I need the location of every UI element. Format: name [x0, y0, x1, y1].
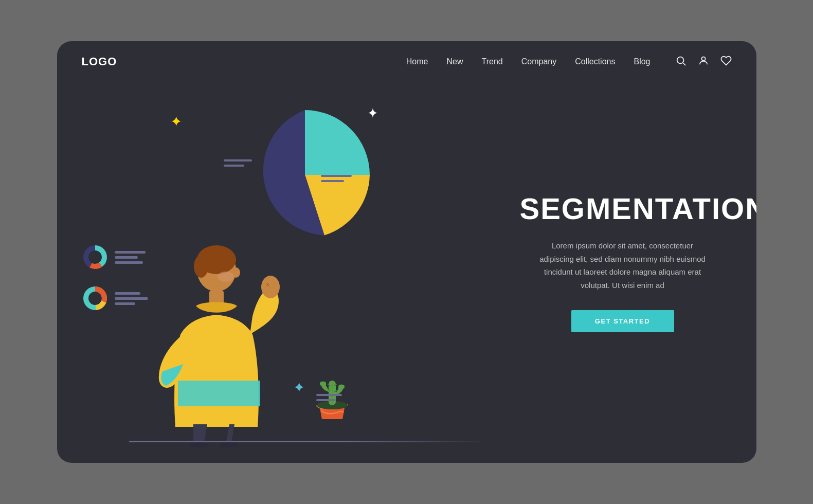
hero-title: SEGMENTATION — [520, 192, 726, 225]
get-started-button[interactable]: GET STARTED — [571, 310, 674, 332]
person-svg: × — [150, 231, 294, 447]
heart-icon[interactable] — [720, 55, 732, 69]
chart-line — [115, 292, 140, 295]
conn-line — [316, 399, 336, 401]
nav-link-blog[interactable]: Blog — [634, 57, 650, 66]
chart-line — [115, 261, 143, 264]
svg-point-19 — [220, 442, 239, 447]
chart-lines-2 — [115, 292, 148, 305]
connector-lines-top — [224, 159, 252, 167]
svg-point-2 — [701, 57, 705, 60]
nav-item-home[interactable]: Home — [406, 57, 428, 66]
illustration-area: ✦ ✦ — [57, 93, 520, 463]
nav-item-blog[interactable]: Blog — [634, 57, 650, 66]
conn-line — [321, 180, 344, 182]
hero-description: Lorem ipsum dolor sit amet, consectetuer… — [535, 239, 710, 292]
svg-rect-23 — [338, 385, 345, 389]
left-charts — [82, 244, 148, 312]
nav-link-trend[interactable]: Trend — [482, 57, 503, 66]
conn-line — [321, 175, 352, 177]
main-window: LOGO Home New Trend Company Collections … — [57, 41, 756, 463]
chart-line — [115, 256, 138, 259]
svg-point-0 — [677, 57, 683, 63]
svg-rect-22 — [320, 382, 326, 386]
person-figure: × — [150, 231, 294, 447]
nav-item-new[interactable]: New — [447, 57, 463, 66]
search-icon[interactable] — [675, 55, 686, 69]
svg-point-18 — [189, 442, 208, 447]
svg-point-11 — [194, 255, 208, 278]
right-area: SEGMENTATION Lorem ipsum dolor sit amet,… — [520, 93, 756, 463]
floor-line — [129, 441, 489, 442]
conn-line — [224, 165, 244, 167]
nav-icon-group — [675, 55, 732, 69]
pie-chart — [233, 103, 377, 247]
main-content: ✦ ✦ — [57, 82, 756, 463]
sparkle-white-icon: ✦ — [367, 105, 378, 121]
donut-row-1 — [82, 244, 148, 271]
nav-item-trend[interactable]: Trend — [482, 57, 503, 66]
svg-point-13 — [218, 272, 234, 282]
nav-links: Home New Trend Company Collections Blog — [406, 57, 651, 66]
logo: LOGO — [82, 55, 117, 68]
donut-chart-2 — [82, 285, 109, 312]
nav-link-home[interactable]: Home — [406, 57, 428, 66]
nav-item-company[interactable]: Company — [521, 57, 556, 66]
connector-lines — [321, 175, 352, 182]
sparkle-plant-icon: ✦ — [293, 379, 305, 396]
donut-chart-1 — [82, 244, 109, 271]
nav-item-collections[interactable]: Collections — [575, 57, 615, 66]
navbar: LOGO Home New Trend Company Collections … — [57, 41, 756, 82]
chart-lines-1 — [115, 251, 146, 264]
pie-chart-container — [233, 103, 377, 247]
user-icon[interactable] — [698, 55, 709, 69]
connector-lines-bottom — [316, 394, 342, 401]
donut-row-2 — [82, 285, 148, 312]
chart-line — [115, 251, 146, 254]
sparkle-gold-icon: ✦ — [170, 113, 182, 130]
svg-text:×: × — [266, 281, 269, 289]
conn-line — [316, 394, 342, 396]
svg-line-1 — [683, 63, 685, 65]
nav-link-collections[interactable]: Collections — [575, 57, 615, 66]
chart-line — [115, 302, 135, 305]
nav-link-new[interactable]: New — [447, 57, 463, 66]
chart-line — [115, 297, 148, 300]
conn-line — [224, 159, 252, 161]
nav-link-company[interactable]: Company — [521, 57, 556, 66]
